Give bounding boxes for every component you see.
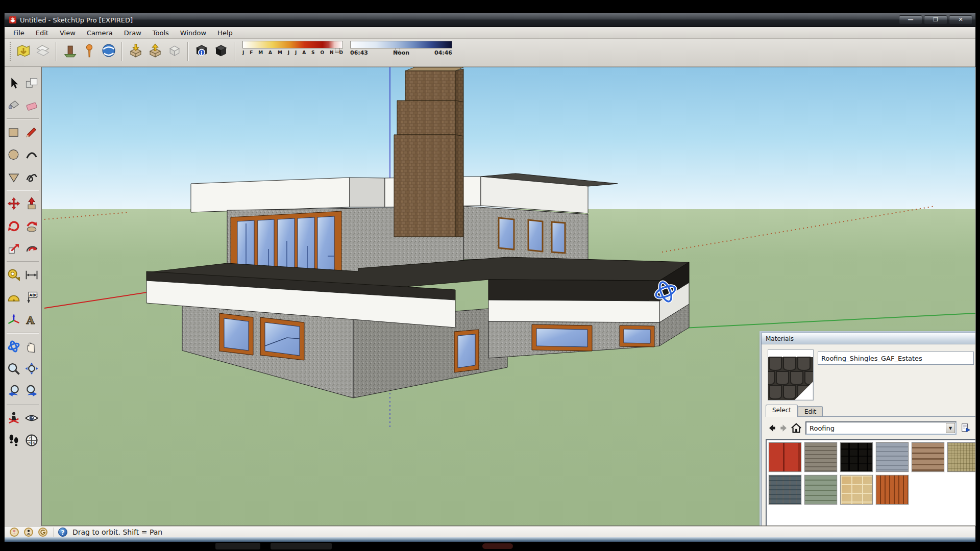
shadow-time-slider[interactable] (350, 41, 452, 48)
help-icon[interactable]: ? (58, 528, 67, 537)
scale-tool-button[interactable] (6, 240, 22, 257)
forward-button[interactable] (778, 422, 790, 434)
eraser-tool-button[interactable] (23, 97, 40, 114)
section-plane-tool-button[interactable]: CH+S (23, 432, 40, 448)
material-swatch-brown-shingles[interactable] (912, 442, 944, 472)
toolbar-grip[interactable] (10, 42, 12, 61)
chimney-top-front (405, 71, 455, 101)
zoom-next-tool-button[interactable] (23, 383, 40, 399)
date-slider-thumb[interactable] (335, 48, 339, 53)
get-current-view-button[interactable] (14, 41, 33, 60)
month-label: S (311, 50, 314, 55)
orbit-tool-button[interactable] (6, 338, 22, 355)
freehand-tool-button[interactable] (23, 169, 40, 185)
zoom-extents-tool-button[interactable] (23, 361, 40, 377)
menu-camera[interactable]: Camera (81, 28, 118, 38)
title-bar[interactable]: Untitled - SketchUp Pro [EXPIRED] — ❐ ✕ (5, 13, 975, 27)
component-box-button[interactable] (165, 41, 184, 60)
restore-button[interactable]: ❐ (924, 15, 947, 24)
close-button[interactable]: ✕ (949, 15, 972, 24)
menu-edit[interactable]: Edit (30, 28, 54, 38)
material-swatch-blue-slate-shingles[interactable] (769, 475, 801, 505)
zoom-previous-tool-button[interactable] (6, 383, 22, 399)
geolocation-status-icon[interactable] (10, 528, 19, 537)
share-model-button[interactable] (145, 41, 165, 60)
shadow-settings-button[interactable] (192, 41, 211, 60)
make-component-tool-button[interactable] (23, 75, 40, 91)
photo-textures-button[interactable] (80, 41, 99, 60)
menu-tools[interactable]: Tools (147, 28, 175, 38)
toggle-terrain-button[interactable] (33, 41, 53, 60)
right-wing-window (528, 220, 543, 252)
material-swatch-orange-roof-tiles[interactable] (876, 475, 909, 505)
video-control-shape (482, 543, 513, 549)
material-swatch-gray-asphalt-shingles[interactable] (804, 442, 837, 472)
google-earth-button[interactable] (99, 41, 118, 60)
back-button[interactable] (766, 422, 778, 434)
rectangle-tool-button[interactable] (6, 124, 22, 140)
paint-bucket-tool-button[interactable] (6, 97, 22, 114)
circle-tool-button[interactable] (6, 146, 22, 163)
dropdown-arrow-icon[interactable]: ▼ (946, 423, 955, 433)
push-pull-tool-button[interactable] (23, 195, 40, 212)
shadow-date-slider[interactable] (242, 41, 343, 48)
material-preview[interactable] (768, 349, 814, 400)
tape-measure-tool-button[interactable] (6, 267, 22, 283)
rotate-tool-button[interactable] (6, 218, 22, 234)
scale-icon (7, 241, 21, 256)
menu-help[interactable]: Help (212, 28, 238, 38)
credits-status-icon[interactable] (24, 528, 33, 537)
text-tool-button[interactable]: ABC (23, 289, 40, 306)
position-camera-tool-button[interactable] (6, 410, 22, 426)
details-button[interactable] (959, 421, 972, 435)
offset-tool-button[interactable] (23, 240, 40, 257)
upper-wall-right (463, 206, 588, 262)
get-models-button[interactable] (126, 41, 145, 60)
protractor-tool-button[interactable] (6, 289, 22, 306)
polygon-tool-button[interactable] (6, 169, 22, 185)
place-model-button[interactable] (60, 41, 80, 60)
look-around-tool-button[interactable] (23, 410, 40, 426)
material-swatch-tan-wood-shakes[interactable] (947, 442, 976, 472)
viewport-3d[interactable]: Materials ✕ (41, 67, 976, 526)
zoom-tool-button[interactable] (6, 361, 22, 377)
material-swatch-red-metal-roofing[interactable] (769, 442, 801, 472)
arc-tool-button[interactable] (23, 146, 40, 163)
shadow-toggle-button[interactable] (211, 41, 231, 60)
dimension-tool-button[interactable] (23, 267, 40, 283)
minimize-button[interactable]: — (899, 15, 922, 24)
svg-text:C: C (30, 437, 32, 440)
material-swatch-dark-slate-shingles[interactable] (840, 442, 873, 472)
line-tool-button[interactable] (23, 124, 40, 140)
follow-me-tool-button[interactable] (23, 218, 40, 234)
window-pane (624, 329, 650, 343)
material-name-field[interactable] (818, 352, 974, 365)
window-pane (265, 322, 300, 356)
materials-panel[interactable]: Materials ✕ (761, 333, 976, 526)
palette-row (5, 192, 41, 215)
letterbox-bottom (0, 542, 980, 551)
move-tool-button[interactable] (6, 195, 22, 212)
material-swatch-blue-gray-shingles[interactable] (876, 442, 909, 472)
menu-file[interactable]: File (8, 28, 30, 38)
collection-dropdown[interactable]: Roofing ▼ (805, 421, 957, 435)
upper-fascia-left (191, 178, 350, 212)
get-models-icon (128, 43, 143, 58)
home-button[interactable] (790, 422, 802, 434)
tab-select[interactable]: Select (766, 405, 798, 417)
3d-text-tool-button[interactable]: A (23, 312, 40, 328)
menu-bar: FileEditViewCameraDrawToolsWindowHelp (5, 27, 975, 39)
walk-tool-button[interactable] (6, 432, 22, 448)
menu-window[interactable]: Window (175, 28, 212, 38)
menu-view[interactable]: View (54, 28, 81, 38)
menu-draw[interactable]: Draw (118, 28, 147, 38)
materials-title-bar[interactable]: Materials ✕ (762, 333, 976, 344)
pan-tool-button[interactable] (23, 338, 40, 355)
material-swatch-yellow-roof-tiles[interactable] (840, 475, 873, 505)
materials-list[interactable]: ▲ ▼ (766, 439, 976, 526)
tab-edit[interactable]: Edit (798, 406, 823, 417)
axes-tool-button[interactable] (6, 312, 22, 328)
material-swatch-green-shingles[interactable] (804, 475, 837, 505)
signin-status-icon[interactable] (38, 528, 47, 537)
select-tool-button[interactable] (6, 75, 22, 91)
